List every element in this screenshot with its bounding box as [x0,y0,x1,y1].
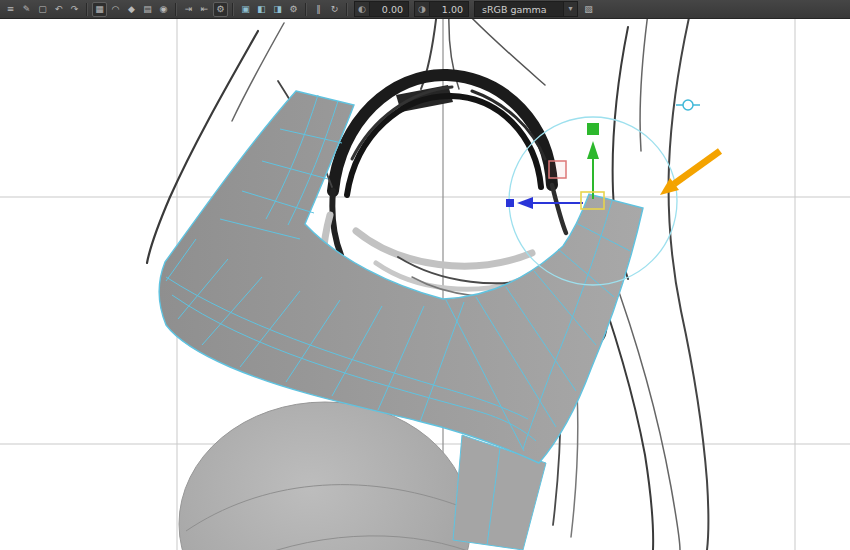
gamma-value[interactable]: 1.00 [430,4,468,15]
construction-history-icon[interactable]: ⚙ [213,2,228,17]
color-management-icon[interactable]: ▧ [581,2,596,17]
exposure-toggle-icon[interactable]: ◐ [355,2,370,16]
pause-viewport-icon[interactable]: ‖ [311,2,326,17]
chevron-down-icon[interactable]: ▾ [563,2,577,16]
refresh-icon[interactable]: ↻ [327,2,342,17]
color-space-selected-value[interactable]: sRGB gamma [475,4,563,15]
exposure-field[interactable]: ◐ 0.00 [354,1,409,17]
redo-icon[interactable]: ↷ [67,2,82,17]
make-live-icon[interactable]: ◉ [156,2,171,17]
toolbar-separator [305,3,307,16]
y-axis-handle[interactable] [587,123,599,199]
gamma-field[interactable]: ◑ 1.00 [414,1,469,17]
snap-to-grid-icon[interactable]: ▦ [92,2,107,17]
toolbar-icon-group: ≡✎▢↶↷▦◠◆▤◉⇥⇤⚙▣◧◨⚙‖↻ [3,2,351,17]
gamma-toggle-icon[interactable]: ◑ [415,2,430,16]
toolbar-separator [175,3,177,16]
toolbar-separator [232,3,234,16]
status-line-toolbar: ≡✎▢↶↷▦◠◆▤◉⇥⇤⚙▣◧◨⚙‖↻ ◐ 0.00 ◑ 1.00 sRGB g… [0,0,850,19]
viewport-panel[interactable] [0,19,850,550]
snap-to-curve-icon[interactable]: ◠ [108,2,123,17]
render-settings-icon[interactable]: ⚙ [286,2,301,17]
selection-mask-icon[interactable]: ≡ [3,2,18,17]
ipr-render-icon[interactable]: ◨ [270,2,285,17]
toolbar-separator [86,3,88,16]
undo-icon[interactable]: ↶ [51,2,66,17]
snap-to-point-icon[interactable]: ◆ [124,2,139,17]
select-by-object-type-icon[interactable]: ▢ [35,2,50,17]
snap-to-plane-icon[interactable]: ▤ [140,2,155,17]
maya-application-window: ≡✎▢↶↷▦◠◆▤◉⇥⇤⚙▣◧◨⚙‖↻ ◐ 0.00 ◑ 1.00 sRGB g… [0,0,850,550]
toolbar-separator [346,3,348,16]
exposure-value[interactable]: 0.00 [370,4,408,15]
viewport-canvas[interactable] [0,19,850,550]
plane-handle[interactable] [549,161,566,178]
sphere-mesh[interactable] [179,402,471,550]
target-crosshair-marker[interactable] [676,100,700,110]
input-connections-icon[interactable]: ⇥ [181,2,196,17]
render-current-frame-icon[interactable]: ◧ [254,2,269,17]
color-space-dropdown[interactable]: sRGB gamma ▾ [474,1,578,17]
pencil-icon[interactable]: ✎ [19,2,34,17]
open-render-view-icon[interactable]: ▣ [238,2,253,17]
toolbar-post-icon-group: ▧ [581,2,596,17]
output-connections-icon[interactable]: ⇤ [197,2,212,17]
x-axis-handle[interactable] [506,197,583,209]
